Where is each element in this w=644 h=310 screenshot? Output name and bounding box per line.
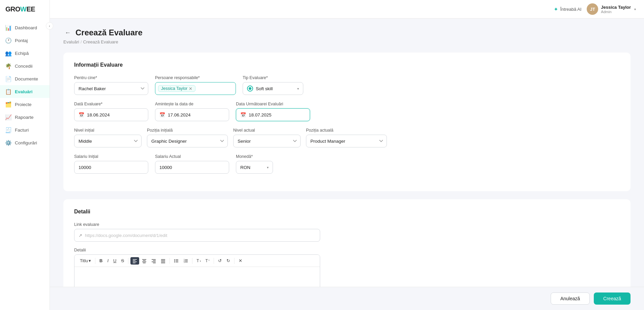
toolbar-sep-6 bbox=[234, 258, 235, 264]
svg-rect-5 bbox=[143, 260, 146, 261]
aminteste-input[interactable]: 📅 17.06.2024 bbox=[155, 108, 229, 121]
salariu-actual-input[interactable] bbox=[155, 161, 229, 174]
tip-evaluare-label: Tip Evaluare* bbox=[243, 75, 303, 80]
svg-rect-15 bbox=[161, 263, 165, 263]
toolbar-strikethrough[interactable]: S bbox=[119, 257, 126, 265]
pozitia-initiala-select[interactable]: Graphic Designer bbox=[147, 135, 228, 147]
main-area: ✦ Întreabă AI JT Jessica Taylor Admin ▾ … bbox=[50, 0, 644, 310]
sidebar-item-evaluari[interactable]: 📋 Evaluări bbox=[0, 85, 50, 98]
data-evaluare-value: 18.06.2024 bbox=[87, 112, 110, 117]
sidebar-label-pontaj: Pontaj bbox=[15, 38, 28, 43]
page-title: Creează Evaluare bbox=[75, 28, 143, 37]
user-details: Jessica Taylor Admin bbox=[601, 5, 631, 14]
data-urmatoare-value[interactable] bbox=[249, 112, 289, 117]
facturi-icon: 🧾 bbox=[5, 127, 11, 133]
persoane-responsabile-input[interactable]: Jessica Taylor ✕ bbox=[155, 82, 236, 95]
breadcrumb-current: Creează Evaluare bbox=[83, 39, 118, 44]
cancel-button[interactable]: Anul​ează bbox=[551, 292, 590, 305]
page-content: ← Creează Evaluare Evaluări / Creează Ev… bbox=[50, 19, 644, 310]
salariu-initial-input[interactable] bbox=[74, 161, 148, 174]
pozitia-initiala-label: Poziția inițială bbox=[147, 128, 228, 133]
ai-icon: ✦ bbox=[554, 6, 558, 12]
calendar-icon-2: 📅 bbox=[159, 112, 165, 117]
user-menu[interactable]: JT Jessica Taylor Admin ▾ bbox=[587, 3, 636, 15]
pozitia-actuala-select[interactable]: Product Manager bbox=[306, 135, 387, 147]
aminteste-label: Amintește la data de bbox=[155, 102, 229, 106]
sidebar-label-proiecte: Proiecte bbox=[15, 102, 32, 107]
svg-rect-14 bbox=[161, 262, 165, 262]
nivel-initial-select[interactable]: Middle bbox=[74, 135, 142, 147]
toolbar-redo[interactable]: ↻ bbox=[224, 257, 232, 265]
link-evaluare-input[interactable]: ↗ https://docs.google.com/document/d/1/e… bbox=[74, 229, 320, 242]
data-evaluare-input[interactable]: 📅 18.06.2024 bbox=[74, 108, 148, 121]
link-icon: ↗ bbox=[79, 233, 82, 238]
toolbar-underline[interactable]: U bbox=[111, 257, 118, 265]
tip-evaluare-select[interactable]: Soft skill ▾ bbox=[243, 82, 303, 95]
svg-text:3.: 3. bbox=[184, 261, 185, 263]
sidebar-item-concedii[interactable]: 🌴 Concedii bbox=[0, 60, 50, 72]
salariu-actual-label: Salariu Actual bbox=[155, 154, 229, 159]
toolbar-bold[interactable]: B bbox=[97, 257, 104, 265]
toolbar-sep-1 bbox=[95, 258, 95, 264]
detalii-label: Detalii bbox=[74, 248, 620, 252]
toolbar-list-ordered[interactable]: 1.2.3. bbox=[181, 257, 190, 265]
toolbar-align-left[interactable] bbox=[130, 257, 139, 265]
tip-evaluare-value: Soft skill bbox=[256, 86, 295, 91]
sidebar-item-dashboard[interactable]: 📊 Dashboard bbox=[0, 21, 50, 34]
toolbar-align-justify[interactable] bbox=[159, 257, 167, 265]
form-row-3: Nivel inițial Middle Poziția inițială Gr… bbox=[74, 128, 620, 147]
salariu-initial-group: Salariu Inițial bbox=[74, 154, 148, 174]
create-button[interactable]: Creează bbox=[594, 292, 631, 305]
tip-evaluare-group: Tip Evaluare* Soft skill ▾ bbox=[243, 75, 303, 95]
toolbar-sep-5 bbox=[214, 258, 214, 264]
sidebar-label-dashboard: Dashboard bbox=[15, 25, 37, 30]
sidebar-item-facturi[interactable]: 🧾 Facturi bbox=[0, 124, 50, 136]
sidebar-item-rapoarte[interactable]: 📈 Rapoarte bbox=[0, 111, 50, 124]
svg-rect-27 bbox=[185, 262, 188, 262]
moneda-group: Monedă* RON ▾ bbox=[236, 154, 273, 174]
aminteste-group: Amintește la data de 📅 17.06.2024 bbox=[155, 102, 229, 121]
toolbar-clear[interactable]: ✕ bbox=[237, 257, 244, 265]
tip-evaluare-chevron: ▾ bbox=[297, 87, 299, 91]
sidebar-item-pontaj[interactable]: 🕐 Pontaj bbox=[0, 34, 50, 47]
svg-rect-3 bbox=[133, 263, 135, 263]
toolbar-sep-3 bbox=[170, 258, 170, 264]
toolbar-italic[interactable]: I bbox=[105, 257, 111, 265]
salariu-actual-group: Salariu Actual bbox=[155, 154, 229, 174]
breadcrumb-parent[interactable]: Evaluări bbox=[63, 39, 79, 44]
data-urmatoare-input[interactable]: 📅 bbox=[236, 108, 310, 121]
sidebar-item-proiecte[interactable]: 🗂️ Proiecte bbox=[0, 98, 50, 111]
pentru-cine-select[interactable]: Rachel Baker bbox=[74, 82, 148, 95]
nivel-actual-select[interactable]: Senior bbox=[233, 135, 301, 147]
toolbar-subscript[interactable]: T₁ bbox=[194, 257, 203, 265]
pozitia-actuala-group: Poziția actuală Product Manager bbox=[306, 128, 387, 147]
sidebar-label-rapoarte: Rapoarte bbox=[15, 115, 34, 120]
dashboard-icon: 📊 bbox=[5, 25, 11, 31]
toolbar-superscript[interactable]: T¹ bbox=[204, 257, 212, 265]
toolbar-align-center[interactable] bbox=[140, 257, 149, 265]
sidebar-nav: 📊 Dashboard 🕐 Pontaj 👥 Echipă 🌴 Concedii… bbox=[0, 20, 50, 150]
svg-rect-1 bbox=[133, 260, 135, 261]
tag-remove-button[interactable]: ✕ bbox=[189, 87, 192, 91]
sidebar-item-configurari[interactable]: ⚙️ Configurări bbox=[0, 136, 50, 149]
svg-rect-17 bbox=[176, 259, 178, 260]
moneda-chevron: ▾ bbox=[267, 166, 269, 169]
toolbar-list-unordered[interactable] bbox=[172, 257, 181, 265]
sidebar-item-documente[interactable]: 📄 Documente bbox=[0, 72, 50, 85]
toolbar-align-right[interactable] bbox=[149, 257, 158, 265]
persoane-responsabile-group: Persoane responsabile* Jessica Taylor ✕ bbox=[155, 75, 236, 95]
sidebar-toggle-button[interactable]: ‹ bbox=[46, 22, 53, 30]
calendar-icon-1: 📅 bbox=[79, 112, 84, 117]
svg-rect-4 bbox=[142, 259, 146, 260]
toolbar-undo[interactable]: ↺ bbox=[216, 257, 224, 265]
toolbar-titlu[interactable]: Titlu ▾ bbox=[78, 257, 93, 265]
sidebar-item-echipa[interactable]: 👥 Echipă bbox=[0, 47, 50, 60]
ask-ai-button[interactable]: ✦ Întreabă AI bbox=[554, 6, 581, 12]
breadcrumb-separator: / bbox=[81, 39, 82, 44]
configurari-icon: ⚙️ bbox=[5, 140, 11, 146]
ask-ai-label: Întreabă AI bbox=[560, 7, 581, 12]
sidebar-label-echipa: Echipă bbox=[15, 51, 29, 56]
back-button[interactable]: ← bbox=[63, 29, 72, 36]
moneda-select[interactable]: RON ▾ bbox=[236, 161, 273, 174]
svg-rect-23 bbox=[185, 259, 188, 260]
